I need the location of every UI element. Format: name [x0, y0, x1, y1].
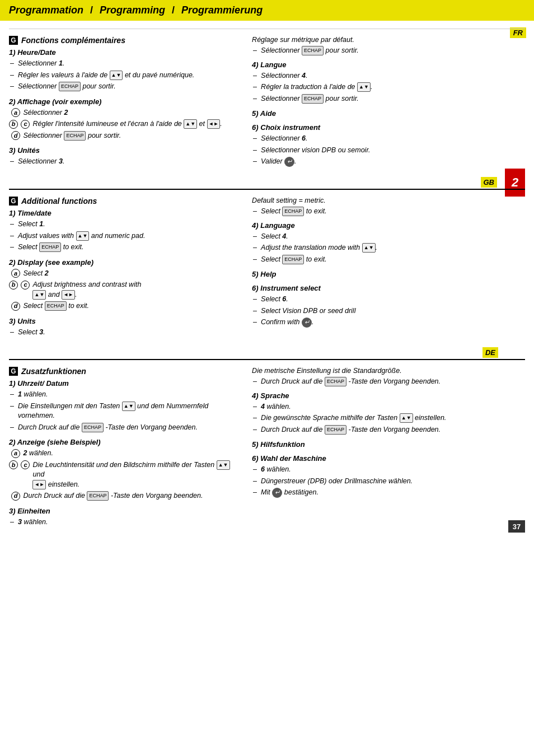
- fr-sub4-item2: Régler la traduction à l'aide de ▲▼ .: [252, 82, 525, 92]
- fr-section-title: G Fonctions complémentaires: [9, 36, 237, 45]
- circle-a-gb: a: [11, 269, 20, 278]
- enter-btn-gb6: ↵: [302, 318, 312, 328]
- up-down-arrows-de1: ▲▼: [122, 402, 135, 411]
- fr-sub4-item3: Sélectionner ECHAP pour sortir.: [252, 94, 525, 104]
- de-right-col: Die metrische Einstellung ist die Standa…: [246, 367, 525, 533]
- gb-sub3: 3) Units Select 3.: [9, 317, 237, 338]
- de-language-badge: DE: [483, 347, 498, 358]
- enter-btn-de6: ↵: [272, 488, 282, 498]
- fr-right-top: Réglage sur métrique par défaut.: [252, 36, 525, 44]
- fr-sub1-item2: Régler les valeurs à l'aide de ▲▼ et du …: [9, 71, 237, 81]
- gb-sub2-a: a Select 2: [9, 269, 237, 279]
- de-sub6-item1: 6 wählen.: [252, 465, 525, 475]
- fr-sub3: 3) Unités Sélectionner 3.: [9, 146, 237, 167]
- gb-sub2: 2) Display (see example) a Select 2 b c …: [9, 258, 237, 311]
- fr-sub3-title: 3) Unités: [9, 146, 237, 155]
- de-sub6-item3: Mit ↵ bestätigen.: [252, 488, 525, 498]
- gb-section-title: G Additional functions: [9, 197, 237, 206]
- circle-d-fr: d: [11, 131, 20, 140]
- de-sub2-bc: b c Die Leuchtintensität und den Bildsch…: [9, 460, 237, 490]
- fr-sub6: 6) Choix instrument Sélectionner 6. Séle…: [252, 123, 525, 167]
- de-sub1: 1) Uhrzeit/ Datum 1 wählen. Die Einstell…: [9, 379, 237, 432]
- de-sub1-item2: Die Einstellungen mit den Tasten ▲▼ und …: [9, 402, 237, 421]
- lr-arrows-de2: ◄►: [32, 480, 46, 489]
- up-down-arrows-fr1: ▲▼: [110, 71, 123, 80]
- de-sub4-item3: Durch Druck auf die ECHAP -Taste den Vor…: [252, 425, 525, 435]
- gb-section: G Additional functions 1) Time/date Sele…: [9, 189, 525, 347]
- fr-sub4-title: 4) Langue: [252, 60, 525, 69]
- fr-right-col: Réglage sur métrique par défaut. Sélecti…: [246, 36, 525, 172]
- gb-sub4-item2: Adjust the translation mode with ▲▼ .: [252, 243, 525, 253]
- fr-sub2-d: d Sélectionner ECHAP pour sortir.: [9, 131, 237, 141]
- fr-left-col: G Fonctions complémentaires 1) Heure/Dat…: [9, 36, 246, 172]
- de-sub3-item1: 3 wählen.: [9, 517, 237, 528]
- gb-sub5: 5) Help: [252, 270, 525, 278]
- circle-d-gb: d: [11, 302, 20, 311]
- gb-sub2-title: 2) Display (see example): [9, 258, 237, 267]
- de-sub2-a: a 2 wählen.: [9, 449, 237, 459]
- gb-sub2-bc: b c Adjust brightness and contrast with …: [9, 280, 237, 300]
- circle-c-fr: c: [21, 120, 30, 129]
- up-down-arrows-fr2: ▲▼: [184, 119, 197, 129]
- enter-btn-fr6: ↵: [284, 157, 294, 167]
- de-sub2-d: d Durch Druck auf die ECHAP -Taste den V…: [9, 491, 237, 501]
- title-en: Programming: [100, 4, 165, 16]
- de-sub1-title: 1) Uhrzeit/ Datum: [9, 379, 237, 388]
- de-sub1-item3: Durch Druck auf die ECHAP -Taste den Vor…: [9, 423, 237, 433]
- echap-btn-gb4: ECHAP: [282, 255, 304, 264]
- gb-language-badge: GB: [481, 177, 498, 188]
- up-down-arrows-gb2: ▲▼: [32, 290, 46, 300]
- de-sub6-item2: Düngerstreuer (DPB) oder Drillmaschine w…: [252, 477, 525, 487]
- circle-b-gb: b: [9, 281, 18, 290]
- echap-btn-de1: ECHAP: [82, 423, 104, 432]
- de-right-top-sub: Durch Druck auf die ECHAP -Taste den Vor…: [252, 377, 525, 387]
- gb-sub6-item2: Select Vision DPB or seed drill: [252, 306, 525, 316]
- gb-sub1-item2: Adjust values with ▲▼ and numeric pad.: [9, 231, 237, 241]
- de-sub3: 3) Einheiten 3 wählen.: [9, 507, 237, 528]
- de-sub4: 4) Sprache 4 wählen. Die gewünschte Spra…: [252, 391, 525, 435]
- de-section: G Zusatzfunktionen 1) Uhrzeit/ Datum 1 w…: [9, 359, 525, 537]
- gb-sub1-item3: Select ECHAP to exit.: [9, 242, 237, 253]
- fr-sub2-title: 2) Affichage (voir exemple): [9, 97, 237, 106]
- echap-btn-de4: ECHAP: [325, 425, 346, 435]
- de-sub5-title: 5) Hilfsfunktion: [252, 440, 525, 449]
- gb-left-col: G Additional functions 1) Time/date Sele…: [9, 197, 246, 343]
- fr-sub5-title: 5) Aide: [252, 109, 525, 118]
- fr-sub6-title: 6) Choix instrument: [252, 123, 525, 132]
- echap-btn-fr2: ECHAP: [64, 131, 86, 141]
- gb-sub5-title: 5) Help: [252, 270, 525, 278]
- circle-c-gb: c: [21, 281, 30, 290]
- fr-sub2: 2) Affichage (voir exemple) a Sélectionn…: [9, 97, 237, 141]
- de-sub2-title: 2) Anzeige (siehe Beispiel): [9, 438, 237, 446]
- de-sub4-item1: 4 wählen.: [252, 402, 525, 412]
- echap-btn-fr1: ECHAP: [59, 82, 81, 91]
- up-down-arrows-de2: ▲▼: [217, 460, 230, 470]
- gb-sub2-d: d Select ECHAP to exit.: [9, 301, 237, 311]
- fr-sub3-item1: Sélectionner 3.: [9, 157, 237, 167]
- circle-a-de: a: [11, 449, 20, 458]
- gb-sub6-item1: Select 6.: [252, 295, 525, 305]
- lr-arrows-fr2: ◄►: [207, 119, 221, 129]
- echap-btn-de-rt: ECHAP: [325, 377, 346, 386]
- main-content: FR G Fonctions complémentaires 1) Heure/…: [0, 21, 534, 543]
- echap-btn-gb1: ECHAP: [39, 242, 61, 252]
- gb-sub4-item3: Select ECHAP to exit.: [252, 255, 525, 265]
- echap-btn-fr-rt: ECHAP: [302, 46, 324, 55]
- de-sub3-title: 3) Einheiten: [9, 507, 237, 515]
- fr-right-top-sub: Sélectionner ECHAP pour sortir.: [252, 46, 525, 56]
- fr-sub6-item3: Valider ↵.: [252, 157, 525, 167]
- de-sub1-item1: 1 wählen.: [9, 390, 237, 400]
- fr-sub1-item1: Sélectionner 1.: [9, 59, 237, 69]
- gb-sub4-title: 4) Language: [252, 221, 525, 230]
- de-sub2: 2) Anzeige (siehe Beispiel) a 2 wählen. …: [9, 438, 237, 501]
- gb-sub6-title: 6) Instrument select: [252, 284, 525, 292]
- up-down-arrows-fr4: ▲▼: [357, 82, 371, 92]
- fr-sub2-a: a Sélectionner 2: [9, 108, 237, 118]
- gb-right-col: Default setting = metric. Select ECHAP t…: [246, 197, 525, 343]
- gb-right-top: Default setting = metric.: [252, 197, 525, 204]
- gb-right-top-sub: Select ECHAP to exit.: [252, 207, 525, 217]
- de-sub4-title: 4) Sprache: [252, 391, 525, 400]
- gb-sub1-item1: Select 1.: [9, 220, 237, 230]
- de-section-title: G Zusatzfunktionen: [9, 367, 237, 376]
- small-page-number: 37: [508, 520, 525, 533]
